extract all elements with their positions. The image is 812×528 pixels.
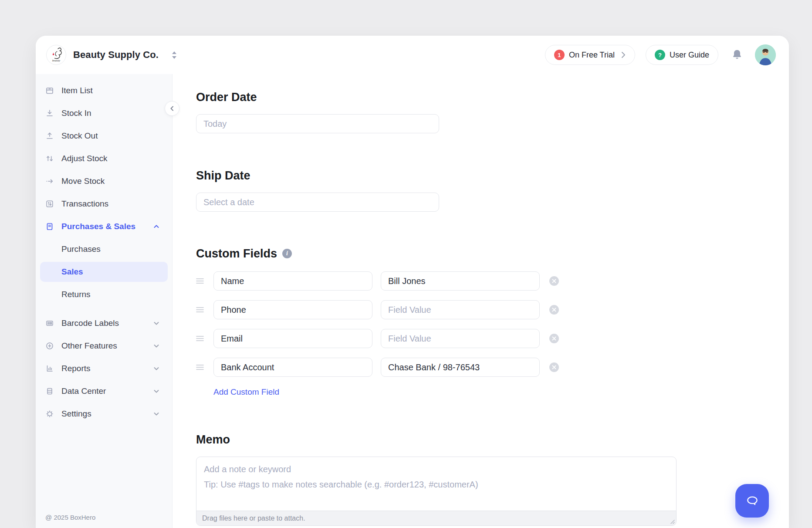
sidebar-item-label: Purchases & Sales	[61, 222, 135, 231]
sidebar-item-stock-in[interactable]: Stock In	[36, 102, 172, 125]
barcode-icon	[45, 318, 54, 328]
sidebar-item-label: Item List	[61, 86, 93, 95]
sidebar-item-label: Reports	[61, 364, 91, 373]
order-date-input[interactable]	[196, 114, 439, 133]
chevron-down-icon	[153, 410, 160, 417]
company-name: Beauty Supply Co.	[73, 49, 159, 61]
custom-field-row	[196, 329, 559, 348]
custom-fields-rows	[196, 271, 559, 377]
chevron-down-icon	[153, 365, 160, 372]
chevron-left-icon	[169, 105, 175, 112]
sidebar-item-adjust-stock[interactable]: Adjust Stock	[36, 147, 172, 170]
sidebar-item-stock-out[interactable]: Stock Out	[36, 125, 172, 147]
reports-icon	[45, 364, 54, 373]
move-stock-icon	[45, 176, 54, 186]
chat-launcher-button[interactable]	[735, 484, 769, 518]
field-value-input[interactable]	[381, 329, 540, 348]
sidebar-collapse-button[interactable]	[165, 101, 179, 116]
sidebar-item-label: Stock Out	[61, 131, 98, 141]
sidebar-item-purchases-sales[interactable]: Purchases & Sales	[36, 215, 172, 238]
remove-field-button[interactable]	[549, 334, 559, 343]
attach-hint-text: Drag files here or paste to attach.	[202, 514, 305, 522]
sidebar-item-purchases[interactable]: Purchases	[36, 238, 172, 261]
resize-handle-icon[interactable]	[670, 519, 675, 524]
sidebar-item-label: Transactions	[61, 199, 108, 209]
copyright-text: @ 2025 BoxHero	[45, 514, 95, 521]
field-value-input[interactable]	[381, 358, 540, 377]
ship-date-input[interactable]	[196, 193, 439, 212]
chat-bubble-icon	[744, 493, 760, 509]
memo-title: Memo	[196, 432, 677, 447]
question-icon: ?	[655, 50, 665, 60]
sidebar-item-label: Data Center	[61, 386, 106, 396]
drag-handle-icon[interactable]	[196, 307, 206, 313]
memo-section: Memo Add a note or keyword Tip: Use #tag…	[196, 432, 677, 526]
stock-out-icon	[45, 131, 54, 141]
sidebar-item-data-center[interactable]: Data Center	[36, 380, 172, 403]
remove-field-button[interactable]	[549, 305, 559, 315]
sidebar-item-label: Returns	[61, 290, 91, 299]
remove-field-button[interactable]	[549, 362, 559, 372]
close-icon	[552, 365, 556, 369]
drag-handle-icon[interactable]	[196, 364, 206, 370]
sort-arrows-icon	[172, 51, 177, 59]
box-icon	[45, 86, 54, 95]
beauty-logo-icon: beauty	[46, 45, 66, 65]
sidebar-item-item-list[interactable]: Item List	[36, 79, 172, 102]
sidebar: Item List Stock In Stock Out	[36, 74, 173, 528]
field-value-input[interactable]	[381, 300, 540, 319]
trial-label: On Free Trial	[569, 51, 615, 60]
remove-field-button[interactable]	[549, 276, 559, 286]
app-window: beauty Beauty Supply Co. 1 On Free Trial…	[36, 36, 789, 528]
sidebar-item-reports[interactable]: Reports	[36, 357, 172, 380]
database-icon	[45, 386, 54, 396]
memo-textarea[interactable]: Add a note or keyword Tip: Use #tags to …	[196, 457, 677, 526]
top-header: beauty Beauty Supply Co. 1 On Free Trial…	[36, 36, 789, 74]
field-value-input[interactable]	[381, 271, 540, 291]
chevron-right-icon	[621, 51, 626, 59]
custom-field-row	[196, 358, 559, 377]
bell-icon	[731, 48, 744, 61]
sidebar-item-label: Adjust Stock	[61, 154, 108, 163]
nav-divider-gap	[36, 306, 172, 312]
order-date-section: Order Date	[196, 90, 439, 133]
memo-placeholder-line1: Add a note or keyword	[204, 464, 669, 474]
memo-attach-dropzone[interactable]: Drag files here or paste to attach.	[196, 511, 676, 525]
notifications-button[interactable]	[731, 48, 744, 61]
sidebar-item-sales[interactable]: Sales	[40, 262, 168, 282]
adjust-stock-icon	[45, 154, 54, 163]
user-guide-button[interactable]: ? User Guide	[646, 45, 718, 65]
field-name-input[interactable]	[213, 329, 372, 348]
field-name-input[interactable]	[213, 271, 372, 291]
chevron-down-icon	[153, 320, 160, 327]
sidebar-item-move-stock[interactable]: Move Stock	[36, 170, 172, 193]
drag-handle-icon[interactable]	[196, 335, 206, 342]
user-guide-label: User Guide	[670, 51, 709, 60]
sidebar-item-transactions[interactable]: Transactions	[36, 193, 172, 215]
add-custom-field-link[interactable]: Add Custom Field	[213, 387, 279, 397]
sidebar-nav: Item List Stock In Stock Out	[36, 74, 172, 425]
free-trial-button[interactable]: 1 On Free Trial	[545, 45, 635, 65]
sidebar-item-settings[interactable]: Settings	[36, 403, 172, 425]
stock-in-icon	[45, 108, 54, 118]
svg-text:beauty: beauty	[52, 59, 61, 62]
field-name-input[interactable]	[213, 358, 372, 377]
field-name-input[interactable]	[213, 300, 372, 319]
avatar[interactable]	[755, 44, 776, 65]
transactions-icon	[45, 199, 54, 209]
sidebar-item-other-features[interactable]: Other Features	[36, 335, 172, 357]
sidebar-item-returns[interactable]: Returns	[36, 283, 172, 306]
custom-fields-section: Custom Fields i	[196, 246, 559, 397]
company-switcher[interactable]: beauty Beauty Supply Co.	[46, 45, 177, 65]
chevron-down-icon	[153, 342, 160, 349]
plus-circle-icon	[45, 341, 54, 351]
info-icon[interactable]: i	[282, 249, 292, 258]
drag-handle-icon[interactable]	[196, 278, 206, 284]
purchases-sales-icon	[45, 222, 54, 231]
custom-field-row	[196, 271, 559, 291]
sidebar-item-label: Stock In	[61, 108, 91, 118]
sidebar-item-barcode-labels[interactable]: Barcode Labels	[36, 312, 172, 335]
chevron-down-icon	[153, 388, 160, 395]
custom-field-row	[196, 300, 559, 319]
main-content: Order Date Ship Date Custom Fields i	[173, 74, 789, 528]
